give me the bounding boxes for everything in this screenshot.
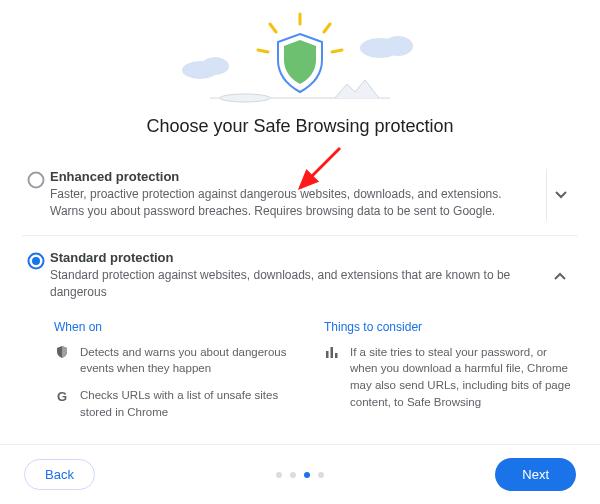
step-dot-2 (304, 472, 310, 478)
collapse-standard[interactable] (546, 250, 574, 302)
radio-standard[interactable] (22, 250, 50, 270)
svg-rect-14 (326, 351, 329, 358)
radio-enhanced[interactable] (22, 169, 50, 189)
svg-rect-16 (335, 353, 338, 358)
option-standard-details: When on Detects and warns you about dang… (22, 316, 578, 439)
option-enhanced-desc: Faster, proactive protection against dan… (50, 186, 536, 221)
google-g-icon: G (54, 387, 70, 420)
svg-point-4 (220, 94, 270, 102)
when-on-heading: When on (54, 320, 304, 334)
svg-line-6 (270, 24, 276, 32)
step-dot-3 (318, 472, 324, 478)
consider-heading: Things to consider (324, 320, 574, 334)
when-on-item-1: Checks URLs with a list of unsafe sites … (80, 387, 304, 420)
back-button[interactable]: Back (24, 459, 95, 490)
svg-rect-15 (331, 347, 334, 358)
consider-item-0: If a site tries to steal your password, … (350, 344, 574, 411)
when-on-item-0: Detects and warns you about dangerous ev… (80, 344, 304, 377)
option-standard-title: Standard protection (50, 250, 536, 265)
chevron-down-icon (554, 188, 568, 202)
step-indicator (276, 472, 324, 478)
step-dot-1 (290, 472, 296, 478)
option-standard[interactable]: Standard protection Standard protection … (22, 236, 578, 316)
bars-icon (324, 344, 340, 411)
svg-point-13 (32, 257, 40, 265)
svg-point-11 (29, 173, 44, 188)
page-title: Choose your Safe Browsing protection (0, 116, 600, 137)
footer: Back Next (0, 444, 600, 504)
option-enhanced-title: Enhanced protection (50, 169, 536, 184)
step-dot-0 (276, 472, 282, 478)
svg-line-8 (258, 50, 268, 52)
chevron-up-icon (553, 269, 567, 283)
svg-point-3 (383, 36, 413, 56)
svg-point-1 (201, 57, 229, 75)
next-button[interactable]: Next (495, 458, 576, 491)
option-enhanced[interactable]: Enhanced protection Faster, proactive pr… (22, 155, 578, 236)
option-standard-desc: Standard protection against websites, do… (50, 267, 536, 302)
svg-line-9 (332, 50, 342, 52)
hero-illustration (0, 0, 600, 110)
shield-check-icon (54, 344, 70, 377)
shield-icon (278, 34, 322, 92)
expand-enhanced[interactable] (546, 169, 574, 221)
svg-line-7 (324, 24, 330, 32)
